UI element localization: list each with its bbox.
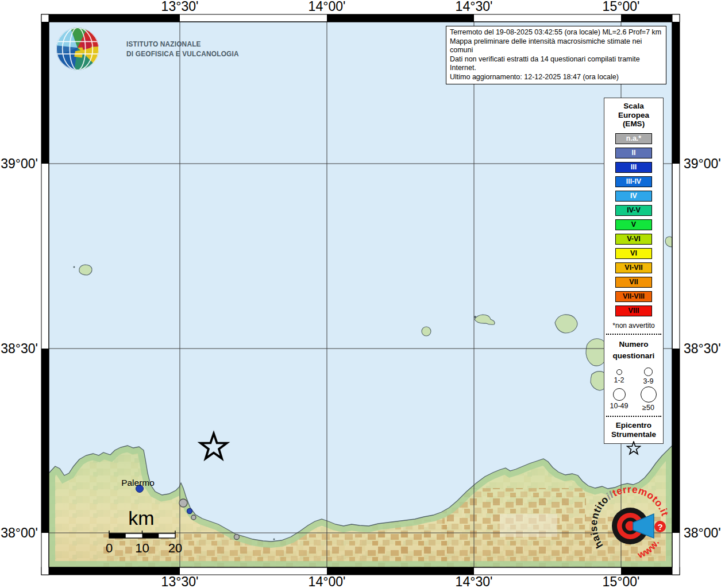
islet [273, 539, 275, 540]
scale-bar-unit: km [128, 507, 154, 529]
axis-right: 39°00' [684, 156, 721, 171]
questionnaire-legend-title: Numero [604, 339, 663, 350]
axis-bottom: 14°30' [456, 574, 493, 588]
questionnaire-point [234, 535, 240, 540]
questionnaire-size-label: 1-2 [604, 376, 634, 384]
data-source-line: Dati non verificati estratti da 14 quest… [450, 55, 662, 73]
questionnaire-size-item: 3-9 [634, 363, 663, 386]
ingv-name-line2: DI GEOFISICA E VULCANOLOGIA [126, 49, 239, 59]
ingv-logo: ISTITUTO NAZIONALE DI GEOFISICA E VULCAN… [55, 26, 254, 71]
questionnaire-size-grid: 1-23-910-49≥50 [604, 363, 663, 412]
questionnaire-size-item: 10-49 [604, 385, 634, 412]
questionnaire-size-circle [613, 388, 626, 401]
islet [74, 266, 75, 268]
epicenter-legend-title: Epicentro [604, 421, 663, 430]
scale-tick: 10 [135, 541, 149, 555]
axis-left: 39°00' [1, 156, 38, 171]
questionnaire-size-circle [641, 386, 657, 403]
scale-tick: 0 [106, 541, 113, 555]
ems-class-swatch: VI [615, 248, 652, 259]
ems-scale-list: n.a.*IIIIIIII-IVIVIV-VVV-VIVIVI-VIIVIIVI… [604, 133, 663, 316]
questionnaire-size-label: ≥50 [634, 404, 663, 412]
questionnaire-legend-title: questionari [604, 350, 663, 362]
axis-right: 38°00' [684, 525, 721, 540]
ems-class-swatch: VIII [615, 305, 652, 316]
questionnaire-size-item: 1-2 [604, 363, 634, 386]
island-alicudi [422, 327, 431, 336]
ems-class-swatch: V [615, 219, 652, 230]
questionnaire-point [187, 509, 192, 514]
island-ustica [79, 265, 92, 275]
star-icon [626, 441, 641, 456]
legend-panel: Scala Europea (EMS) n.a.*IIIIIIII-IVIVIV… [604, 98, 664, 444]
map-description-line: Mappa preliminare delle intensità macros… [450, 37, 662, 55]
ems-class-swatch: V-VI [615, 234, 652, 245]
legend-footnote: *non avvertito [604, 322, 663, 330]
axis-top: 14°00' [309, 0, 346, 14]
legend-title-line: Scala [604, 102, 663, 111]
ems-class-swatch: VI-VII [615, 262, 652, 273]
legend-title-line: (EMS) [604, 119, 663, 129]
ems-class-swatch: III [615, 162, 652, 173]
questionnaire-size-circle [644, 368, 653, 376]
axis-right: 38°30' [684, 341, 721, 356]
ems-class-swatch: III-IV [615, 176, 652, 187]
questionnaire-point [179, 499, 187, 507]
screenshot-root: Palermo km 0 10 20 [0, 0, 721, 588]
ems-class-swatch: IV-V [615, 205, 652, 216]
questionnaire-size-item: ≥50 [634, 385, 663, 412]
epicenter-legend-star [604, 441, 663, 458]
last-update-line: Ultimo aggiornamento: 12-12-2025 18:47 (… [450, 73, 662, 82]
questionnaire-point [191, 515, 196, 520]
ems-class-swatch: IV [615, 191, 652, 202]
ems-class-swatch: II [615, 148, 652, 158]
axis-bottom: 13°30' [161, 574, 199, 588]
question-mark: ? [657, 522, 662, 532]
ems-class-swatch: VII [615, 277, 652, 288]
axis-top: 14°30' [456, 0, 493, 14]
event-summary-line: Terremoto del 19-08-2025 03:42:55 (ora l… [450, 28, 662, 37]
ems-class-swatch: n.a.* [615, 133, 652, 144]
axis-left: 38°00' [1, 525, 38, 540]
ingv-name-line1: ISTITUTO NAZIONALE [126, 39, 239, 49]
ingv-globe-icon [55, 26, 100, 71]
legend-separator [606, 334, 661, 335]
axis-bottom: 14°00' [309, 574, 346, 588]
palermo-city-label: Palermo [121, 478, 155, 488]
axis-top: 13°30' [161, 0, 199, 14]
questionnaire-size-label: 3-9 [634, 377, 663, 385]
questionnaire-size-label: 10-49 [604, 402, 634, 410]
scale-tick: 20 [168, 541, 182, 555]
axis-left: 38°30' [1, 341, 38, 356]
axis-top: 15°00' [603, 0, 640, 14]
ems-class-swatch: VII-VIII [615, 291, 652, 302]
epicenter-legend-title: Strumentale [604, 430, 663, 439]
questionnaire-size-circle [616, 369, 622, 375]
legend-title-line: Europea [604, 111, 663, 120]
event-info-box: Terremoto del 19-08-2025 03:42:55 (ora l… [446, 26, 666, 84]
legend-separator [606, 416, 661, 417]
axis-bottom: 15°00' [603, 574, 640, 588]
